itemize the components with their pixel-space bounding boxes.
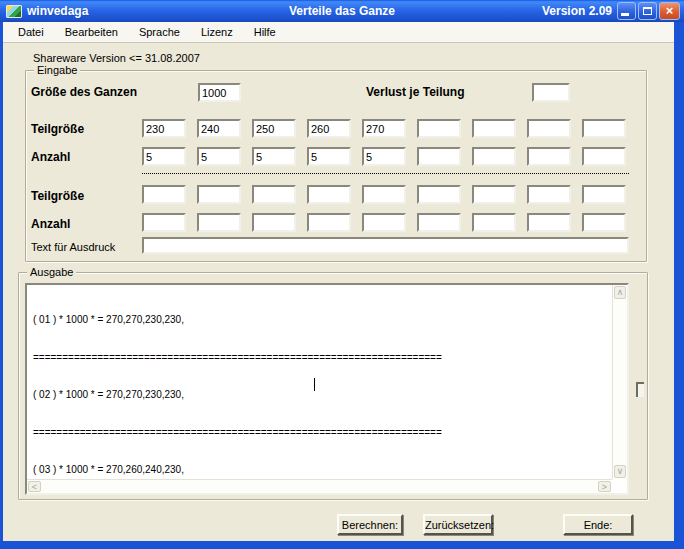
chevron-up-icon: ∧ (617, 287, 624, 297)
anzahl1-input-1[interactable] (142, 147, 186, 166)
groesse-des-ganzen-input[interactable] (198, 83, 241, 102)
text-cursor (314, 378, 315, 391)
zuruecksetzen-button[interactable]: Zurücksetzen: (423, 514, 493, 535)
teilgroesse2-input-3[interactable] (252, 185, 296, 204)
teilgroesse2-input-8[interactable] (527, 185, 571, 204)
close-button[interactable]: × (659, 2, 680, 20)
output-separator: ========================================… (33, 352, 627, 365)
teilgroesse2-input-6[interactable] (417, 185, 461, 204)
anzahl1-input-7[interactable] (472, 147, 516, 166)
anzahl2-input-7[interactable] (472, 213, 516, 232)
anzahl1-input-4[interactable] (307, 147, 351, 166)
berechnen-button[interactable]: Berechnen: (337, 514, 403, 535)
anzahl2-input-1[interactable] (142, 213, 186, 232)
teilgroesse2-input-5[interactable] (362, 185, 406, 204)
menu-item-datei[interactable]: Datei (11, 24, 51, 40)
teilgroesse2-input-2[interactable] (197, 185, 241, 204)
verlust-je-teilung-input[interactable] (532, 83, 570, 102)
app-icon (6, 5, 22, 18)
vertical-scrollbar[interactable]: ∧ ∨ (612, 285, 627, 479)
ende-button[interactable]: Ende: (563, 514, 633, 535)
chevron-right-icon: > (602, 482, 607, 492)
output-separator: ========================================… (33, 427, 627, 440)
scroll-left-button[interactable]: < (28, 481, 41, 492)
menu-item-lizenz[interactable]: Lizenz (194, 24, 240, 40)
horizontal-scrollbar[interactable]: < > (27, 479, 612, 493)
eingabe-legend: Eingabe (34, 64, 80, 76)
anzahl2-input-8[interactable] (527, 213, 571, 232)
teilgroesse1-label: Teilgröße (31, 122, 84, 136)
teilgroesse1-input-7[interactable] (472, 119, 516, 138)
menu-item-bearbeiten[interactable]: Bearbeiten (58, 24, 125, 40)
anzahl1-input-9[interactable] (582, 147, 626, 166)
menu-item-sprache[interactable]: Sprache (132, 24, 187, 40)
anzahl1-label: Anzahl (31, 150, 70, 164)
teilgroesse1-input-2[interactable] (197, 119, 241, 138)
ausgabe-groupbox: Ausgabe ( 01 ) * 1000 * = 270,270,230,23… (18, 272, 648, 500)
title-bar[interactable]: winvedaga Verteile das Ganze Version 2.0… (0, 0, 684, 22)
stray-gamma-mark (636, 382, 644, 397)
groesse-des-ganzen-label: Größe des Ganzen (31, 85, 137, 99)
minimize-icon (621, 13, 629, 16)
anzahl1-input-3[interactable] (252, 147, 296, 166)
teilgroesse1-input-8[interactable] (527, 119, 571, 138)
teilgroesse2-input-9[interactable] (582, 185, 626, 204)
teilgroesse2-input-4[interactable] (307, 185, 351, 204)
close-icon: × (666, 3, 674, 18)
teilgroesse1-input-9[interactable] (582, 119, 626, 138)
teilgroesse1-input-1[interactable] (142, 119, 186, 138)
anzahl1-input-6[interactable] (417, 147, 461, 166)
chevron-left-icon: < (32, 482, 37, 492)
app-name: winvedaga (27, 4, 88, 18)
anzahl2-input-2[interactable] (197, 213, 241, 232)
anzahl1-input-8[interactable] (527, 147, 571, 166)
chevron-down-icon: ∨ (617, 466, 624, 476)
output-line: ( 03 ) * 1000 * = 270,260,240,230, (33, 464, 627, 477)
ausgabe-legend: Ausgabe (27, 266, 76, 278)
output-line: ( 01 ) * 1000 * = 270,270,230,230, (33, 314, 627, 327)
teilgroesse2-input-1[interactable] (142, 185, 186, 204)
teilgroesse1-input-6[interactable] (417, 119, 461, 138)
output-line: ( 02 ) * 1000 * = 270,270,230,230, (33, 389, 627, 402)
teilgroesse1-input-4[interactable] (307, 119, 351, 138)
shareware-notice: Shareware Version <= 31.08.2007 (33, 52, 200, 64)
eingabe-groupbox: Eingabe Größe des Ganzen Verlust je Teil… (25, 70, 647, 262)
scroll-right-button[interactable]: > (598, 481, 611, 492)
text-fuer-ausdruck-input[interactable] (142, 237, 629, 254)
teilgroesse2-label: Teilgröße (31, 189, 84, 203)
teilgroesse2-input-7[interactable] (472, 185, 516, 204)
ausgabe-output-area[interactable]: ( 01 ) * 1000 * = 270,270,230,230, =====… (25, 283, 629, 495)
application-window: winvedaga Verteile das Ganze Version 2.0… (0, 0, 684, 549)
menu-bar: Datei Bearbeiten Sprache Lizenz Hilfe (3, 22, 674, 43)
scroll-up-button[interactable]: ∧ (614, 286, 626, 299)
maximize-icon (643, 7, 652, 15)
verlust-je-teilung-label: Verlust je Teilung (366, 85, 464, 99)
anzahl2-label: Anzahl (31, 217, 70, 231)
output-lines: ( 01 ) * 1000 * = 270,270,230,230, =====… (27, 285, 627, 495)
teilgroesse1-input-3[interactable] (252, 119, 296, 138)
anzahl2-input-6[interactable] (417, 213, 461, 232)
teilgroesse1-input-5[interactable] (362, 119, 406, 138)
window-controls: × (617, 2, 680, 20)
anzahl1-input-2[interactable] (197, 147, 241, 166)
scroll-down-button[interactable]: ∨ (614, 465, 626, 478)
anzahl2-input-5[interactable] (362, 213, 406, 232)
minimize-button[interactable] (617, 2, 636, 20)
anzahl2-input-9[interactable] (582, 213, 626, 232)
maximize-button[interactable] (638, 2, 657, 20)
text-fuer-ausdruck-label: Text für Ausdruck (31, 241, 115, 253)
client-area: Shareware Version <= 31.08.2007 Eingabe … (3, 43, 674, 541)
row-separator (142, 173, 629, 174)
version-label: Version 2.09 (542, 4, 612, 18)
menu-item-hilfe[interactable]: Hilfe (247, 24, 283, 40)
anzahl2-input-4[interactable] (307, 213, 351, 232)
anzahl2-input-3[interactable] (252, 213, 296, 232)
anzahl1-input-5[interactable] (362, 147, 406, 166)
